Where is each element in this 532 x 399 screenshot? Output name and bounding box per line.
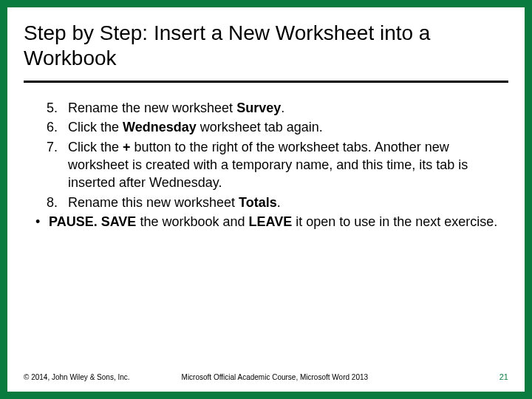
step-number: 6. [34,118,68,136]
content-area: 5. Rename the new worksheet Survey. 6. C… [7,83,525,231]
step-7: 7. Click the + button to the right of th… [34,138,498,192]
step-text: Click the + button to the right of the w… [68,138,498,192]
bullet-icon: • [34,213,49,231]
step-text: Rename the new worksheet Survey. [68,99,498,117]
footer-copyright: © 2014, John Wiley & Sons, Inc. [24,373,130,381]
footer: © 2014, John Wiley & Sons, Inc. Microsof… [24,372,508,381]
step-list: 5. Rename the new worksheet Survey. 6. C… [34,99,498,211]
footer-course: Microsoft Official Academic Course, Micr… [130,373,499,381]
title-area: Step by Step: Insert a New Worksheet int… [7,7,525,76]
step-5: 5. Rename the new worksheet Survey. [34,99,498,117]
step-text: Click the Wednesday worksheet tab again. [68,118,498,136]
step-number: 7. [34,138,68,192]
pause-note: • PAUSE. SAVE the workbook and LEAVE it … [34,213,498,231]
step-number: 8. [34,194,68,211]
slide: Step by Step: Insert a New Worksheet int… [7,7,525,392]
step-text: Rename this new worksheet Totals. [68,194,498,211]
footer-page-number: 21 [499,372,508,381]
pause-text: PAUSE. SAVE the workbook and LEAVE it op… [49,213,498,231]
slide-title: Step by Step: Insert a New Worksheet int… [24,21,508,70]
step-6: 6. Click the Wednesday worksheet tab aga… [34,118,498,136]
step-8: 8. Rename this new worksheet Totals. [34,194,498,211]
step-number: 5. [34,99,68,117]
